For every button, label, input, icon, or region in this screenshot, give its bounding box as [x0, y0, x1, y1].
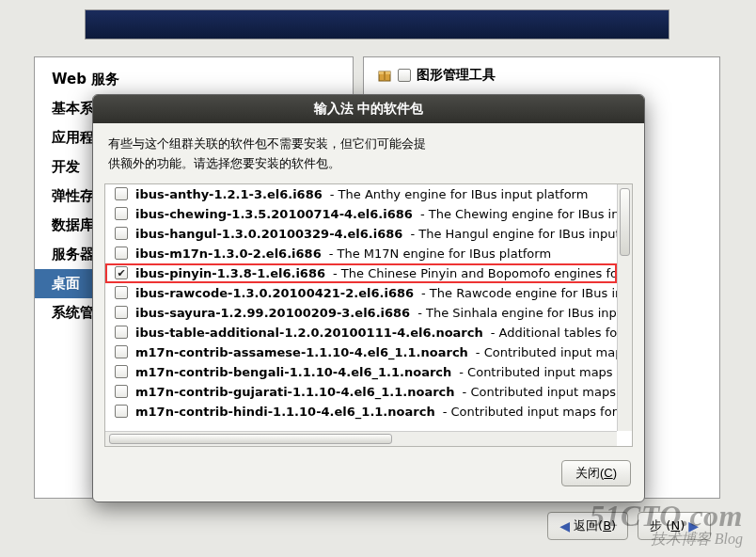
package-checkbox[interactable]	[115, 207, 128, 220]
package-row[interactable]: m17n-contrib-gujarati-1.1.10-4.el6_1.1.n…	[105, 382, 617, 402]
package-name: m17n-contrib-hindi-1.1.10-4.el6_1.1.noar…	[135, 405, 435, 419]
package-name: ibus-chewing-1.3.5.20100714-4.el6.i686	[135, 207, 413, 221]
package-checkbox[interactable]: ✔	[115, 266, 128, 279]
package-name: ibus-rawcode-1.3.0.20100421-2.el6.i686	[135, 286, 414, 300]
package-checkbox[interactable]	[115, 385, 128, 398]
package-desc: - The Hangul engine for IBus input p	[410, 227, 617, 241]
package-desc: - The Anthy engine for IBus input platfo…	[330, 187, 589, 201]
package-name: ibus-pinyin-1.3.8-1.el6.i686	[135, 266, 325, 280]
package-row[interactable]: m17n-contrib-hindi-1.1.10-4.el6_1.1.noar…	[105, 402, 617, 422]
package-row[interactable]: ibus-anthy-1.2.1-3.el6.i686 - The Anthy …	[105, 184, 617, 204]
package-desc: - The M17N engine for IBus platform	[329, 247, 551, 261]
svg-rect-2	[384, 72, 386, 81]
package-name: ibus-m17n-1.3.0-2.el6.i686	[135, 247, 322, 261]
package-row[interactable]: ibus-chewing-1.3.5.20100714-4.el6.i686 -…	[105, 204, 617, 224]
package-checkbox[interactable]	[115, 326, 128, 339]
package-row[interactable]: ✔ibus-pinyin-1.3.8-1.el6.i686 - The Chin…	[105, 263, 617, 283]
next-button[interactable]: 步 (N) ▶	[638, 512, 711, 540]
package-name: ibus-sayura-1.2.99.20100209-3.el6.i686	[135, 306, 410, 320]
package-row[interactable]: ibus-hangul-1.3.0.20100329-4.el6.i686 - …	[105, 224, 617, 244]
package-name: m17n-contrib-bengali-1.1.10-4.el6_1.1.no…	[135, 365, 451, 379]
package-desc: - The Sinhala engine for IBus input	[417, 306, 617, 320]
group-label: 图形管理工具	[417, 67, 496, 84]
package-row[interactable]: m17n-contrib-bengali-1.1.10-4.el6_1.1.no…	[105, 362, 617, 382]
package-checkbox[interactable]	[115, 345, 128, 358]
package-checkbox[interactable]	[115, 286, 128, 299]
package-checkbox[interactable]	[115, 247, 128, 260]
package-name: ibus-hangul-1.3.0.20100329-4.el6.i686	[135, 227, 402, 241]
vertical-scrollbar[interactable]	[617, 184, 632, 431]
package-desc: - The Rawcode engine for IBus inp	[421, 286, 617, 300]
package-name: ibus-anthy-1.2.1-3.el6.i686	[135, 187, 323, 201]
package-list[interactable]: ibus-anthy-1.2.1-3.el6.i686 - The Anthy …	[105, 184, 617, 431]
wizard-nav: ◀ 返回(B) 步 (N) ▶	[0, 512, 756, 540]
dialog-title: 输入法 中的软件包	[93, 95, 644, 123]
arrow-right-icon: ▶	[688, 518, 699, 533]
package-checkbox[interactable]	[115, 405, 128, 418]
package-name: m17n-contrib-assamese-1.1.10-4.el6_1.1.n…	[135, 345, 468, 359]
package-desc: - Contributed input maps fo	[463, 385, 617, 399]
horizontal-scrollbar[interactable]	[105, 431, 617, 446]
close-button[interactable]: 关闭(C)	[561, 460, 631, 486]
arrow-left-icon: ◀	[559, 518, 570, 533]
top-banner	[85, 9, 669, 40]
package-name: m17n-contrib-gujarati-1.1.10-4.el6_1.1.n…	[135, 385, 455, 399]
package-row[interactable]: ibus-table-additional-1.2.0.20100111-4.e…	[105, 323, 617, 342]
package-desc: - Additional tables for	[491, 326, 617, 340]
package-desc: - The Chinese Pinyin and Bopomofo engine…	[333, 266, 617, 280]
package-desc: - Contributed input maps for H	[443, 405, 617, 419]
package-desc: - Contributed input maps fo	[459, 365, 617, 379]
package-checkbox[interactable]	[115, 187, 128, 200]
package-list-pane: ibus-anthy-1.2.1-3.el6.i686 - The Anthy …	[104, 183, 633, 447]
back-button[interactable]: ◀ 返回(B)	[547, 512, 628, 540]
group-checkbox[interactable]	[398, 69, 411, 82]
package-checkbox[interactable]	[115, 306, 128, 319]
dialog-description: 有些与这个组群关联的软件包不需要安装，但它们可能会提 供额外的功能。请选择您要安…	[93, 123, 644, 183]
package-row[interactable]: ibus-m17n-1.3.0-2.el6.i686 - The M17N en…	[105, 244, 617, 263]
package-checkbox[interactable]	[115, 227, 128, 240]
package-icon	[377, 68, 392, 83]
package-desc: - The Chewing engine for IBus inpu	[420, 207, 617, 221]
group-row[interactable]: 图形管理工具	[364, 57, 719, 93]
package-desc: - Contributed input maps	[476, 345, 617, 359]
packages-dialog: 输入法 中的软件包 有些与这个组群关联的软件包不需要安装，但它们可能会提 供额外…	[92, 94, 645, 502]
package-row[interactable]: m17n-contrib-assamese-1.1.10-4.el6_1.1.n…	[105, 342, 617, 362]
package-checkbox[interactable]	[115, 365, 128, 378]
category-item[interactable]: Web 服务	[35, 65, 353, 94]
package-name: ibus-table-additional-1.2.0.20100111-4.e…	[135, 326, 483, 340]
package-row[interactable]: ibus-sayura-1.2.99.20100209-3.el6.i686 -…	[105, 303, 617, 323]
package-row[interactable]: ibus-rawcode-1.3.0.20100421-2.el6.i686 -…	[105, 283, 617, 303]
